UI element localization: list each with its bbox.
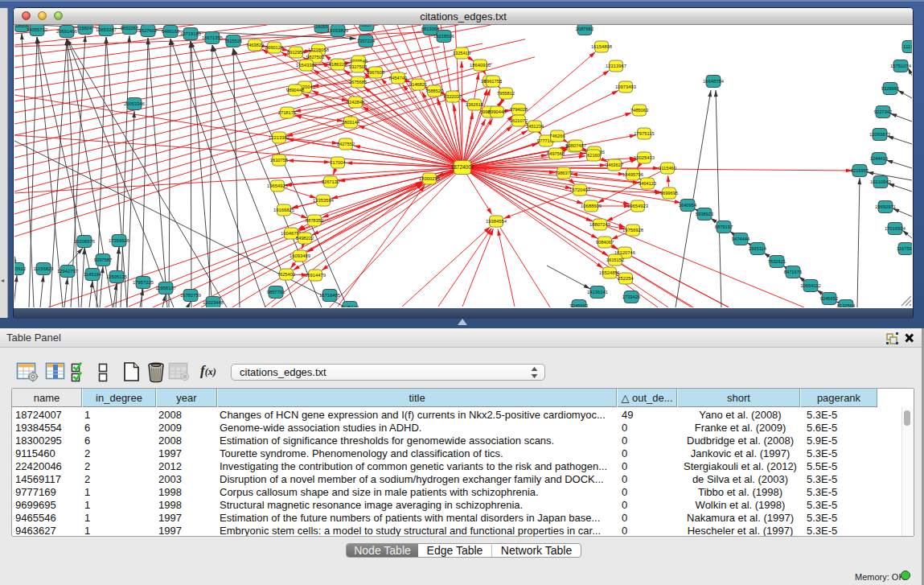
svg-text:5938923: 5938923 (696, 212, 714, 216)
svg-text:18640910: 18640910 (470, 63, 491, 68)
svg-text:10210643: 10210643 (870, 179, 891, 184)
svg-text:7485063: 7485063 (630, 108, 649, 113)
svg-text:19654925: 19654925 (267, 183, 288, 188)
svg-text:17016504: 17016504 (885, 226, 906, 231)
svg-text:15716485: 15716485 (319, 293, 340, 298)
svg-text:17957225: 17957225 (133, 280, 154, 285)
svg-text:8990448: 8990448 (488, 109, 507, 114)
svg-text:2451234: 2451234 (526, 124, 544, 129)
svg-text:8215955: 8215955 (851, 168, 869, 173)
svg-text:10719185: 10719185 (180, 31, 201, 36)
svg-text:10025433: 10025433 (634, 155, 655, 160)
svg-text:15720407: 15720407 (569, 187, 590, 192)
svg-text:1621072: 1621072 (510, 118, 528, 123)
svg-text:15692971: 15692971 (875, 204, 896, 209)
svg-text:7632621: 7632621 (768, 259, 786, 264)
svg-text:15524851: 15524851 (599, 270, 620, 275)
svg-text:18807249: 18807249 (589, 222, 610, 227)
svg-text:8813054: 8813054 (421, 27, 440, 31)
svg-text:8454749: 8454749 (389, 76, 408, 80)
svg-text:6497568: 6497568 (547, 151, 565, 156)
svg-text:1325419: 1325419 (453, 51, 471, 56)
svg-text:2935114: 2935114 (749, 246, 767, 251)
svg-text:9327508: 9327508 (349, 64, 368, 69)
svg-text:16648784: 16648784 (703, 79, 725, 84)
svg-text:9245663: 9245663 (570, 303, 589, 307)
svg-text:17359926: 17359926 (109, 238, 129, 243)
svg-text:18300295: 18300295 (419, 176, 440, 181)
svg-text:5498222: 5498222 (296, 236, 314, 241)
svg-text:10654112: 10654112 (800, 283, 820, 288)
svg-text:1145194: 1145194 (84, 272, 102, 277)
svg-text:1733426: 1733426 (622, 295, 641, 299)
svg-text:16671355: 16671355 (202, 35, 223, 40)
svg-text:2967608: 2967608 (367, 70, 385, 75)
svg-text:14055712: 14055712 (27, 27, 47, 32)
svg-text:20053346: 20053346 (124, 101, 145, 106)
svg-text:11173: 11173 (903, 44, 912, 49)
svg-text:2803144: 2803144 (342, 120, 360, 125)
svg-text:14136141: 14136141 (587, 290, 608, 295)
svg-text:9397587: 9397587 (94, 257, 113, 262)
svg-text:8186323: 8186323 (329, 62, 347, 67)
svg-text:6961758: 6961758 (484, 79, 503, 84)
svg-text:3675685: 3675685 (349, 80, 368, 84)
svg-text:9227342: 9227342 (874, 109, 893, 114)
svg-text:1640954: 1640954 (679, 203, 697, 208)
svg-text:12023448: 12023448 (203, 300, 224, 305)
svg-text:9084067: 9084067 (596, 240, 614, 245)
svg-text:19654923: 19654923 (627, 204, 648, 208)
svg-text:16093489: 16093489 (290, 253, 310, 258)
svg-text:10688609: 10688609 (581, 204, 602, 208)
svg-text:10807487: 10807487 (565, 143, 586, 148)
svg-text:11156829: 11156829 (34, 266, 54, 271)
svg-text:9857791: 9857791 (267, 290, 285, 295)
svg-text:9653267: 9653267 (121, 26, 139, 31)
svg-text:20691406: 20691406 (56, 29, 77, 34)
svg-text:3267130: 3267130 (322, 179, 340, 184)
svg-text:9115460: 9115460 (659, 166, 676, 171)
svg-text:9474444: 9474444 (732, 237, 750, 241)
svg-text:16782759: 16782759 (180, 293, 201, 298)
svg-text:7588520: 7588520 (425, 89, 444, 93)
svg-text:12942757: 12942757 (57, 269, 78, 274)
svg-text:6466160: 6466160 (162, 29, 180, 34)
svg-text:1167534: 1167534 (897, 246, 912, 251)
svg-text:11958107: 11958107 (155, 286, 175, 290)
svg-text:12093873: 12093873 (869, 132, 890, 137)
svg-text:9699695: 9699695 (660, 191, 679, 196)
svg-text:7357224: 7357224 (357, 39, 376, 43)
svg-text:8357: 8357 (362, 25, 372, 27)
svg-text:217004: 217004 (330, 160, 346, 165)
svg-text:8125123: 8125123 (341, 305, 359, 307)
svg-text:1527602: 1527602 (139, 28, 158, 33)
svg-text:10973493: 10973493 (615, 84, 636, 89)
svg-text:9242848: 9242848 (347, 100, 365, 105)
svg-text:8660124: 8660124 (265, 45, 284, 50)
svg-text:16914479: 16914479 (305, 273, 326, 278)
svg-text:3915912: 3915912 (14, 266, 26, 271)
svg-text:9463627: 9463627 (606, 163, 624, 167)
svg-text:16055: 16055 (315, 25, 328, 29)
svg-text:7463822: 7463822 (246, 43, 265, 47)
svg-text:18495796: 18495796 (622, 172, 643, 177)
svg-text:7625402: 7625402 (277, 272, 296, 277)
svg-text:16543382: 16543382 (296, 63, 317, 68)
svg-text:1362615: 1362615 (466, 102, 484, 107)
svg-text:9794028: 9794028 (510, 107, 528, 112)
svg-text:252254: 252254 (618, 276, 634, 281)
svg-text:10653267: 10653267 (96, 27, 117, 32)
svg-text:9329966: 9329966 (881, 86, 900, 91)
svg-text:8427552: 8427552 (337, 142, 355, 146)
svg-text:62160: 62160 (587, 153, 600, 158)
svg-text:8322037: 8322037 (444, 94, 462, 99)
svg-text:18724007: 18724007 (451, 164, 474, 170)
svg-text:7986372: 7986372 (555, 171, 573, 175)
svg-text:9890448: 9890448 (286, 88, 305, 93)
svg-text:9827503: 9827503 (306, 55, 325, 60)
svg-text:9464123: 9464123 (639, 181, 657, 186)
svg-text:8132564: 8132564 (837, 303, 856, 307)
svg-text:13353594: 13353594 (313, 198, 335, 203)
svg-text:7515526: 7515526 (224, 39, 243, 43)
svg-text:1610755: 1610755 (270, 158, 289, 163)
